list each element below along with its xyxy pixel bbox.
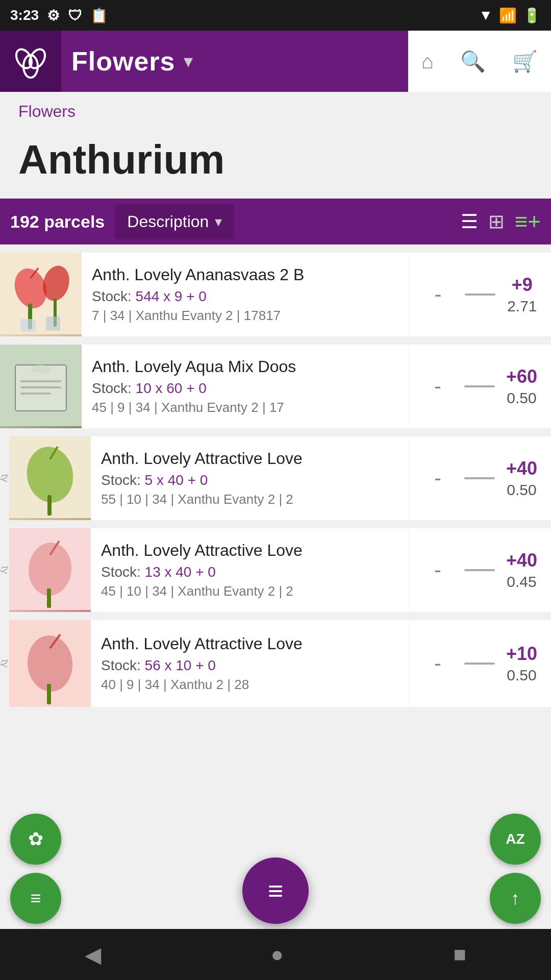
- svg-rect-10: [46, 316, 60, 331]
- plus-button[interactable]: +40: [506, 550, 537, 571]
- home-button[interactable]: ●: [271, 942, 284, 967]
- filter-bar: 192 parcels Description ▾ ☰ ⊞ ≡+: [0, 199, 551, 244]
- app-logo[interactable]: [0, 31, 61, 92]
- svg-point-17: [31, 365, 51, 373]
- app-actions: ⌂ 🔍 🛒: [408, 31, 551, 92]
- svg-rect-15: [20, 386, 61, 388]
- product-info: Anth. Lovely Attractive Love Stock: 13 x…: [91, 528, 408, 612]
- product-actions: - +10 0.50: [408, 620, 551, 707]
- product-name: Anth. Lovely Ananasvaas 2 B: [92, 265, 398, 284]
- signal-icon: 📶: [499, 7, 517, 24]
- plus-button[interactable]: +9: [512, 274, 533, 296]
- product-stock: Stock: 544 x 9 + 0: [92, 288, 398, 305]
- price: 2.71: [507, 298, 537, 315]
- price: 0.45: [507, 573, 536, 591]
- back-button[interactable]: ◀: [85, 942, 101, 967]
- product-stock: Stock: 5 x 40 + 0: [101, 472, 398, 488]
- az-fab-button[interactable]: AZ: [490, 814, 541, 865]
- recents-button[interactable]: ■: [453, 942, 466, 967]
- parcels-count: 192 parcels: [10, 212, 105, 232]
- minus-button[interactable]: -: [422, 282, 453, 307]
- cart-icon[interactable]: 🛒: [512, 50, 538, 74]
- battery-icon: 🔋: [523, 7, 541, 24]
- minus-button[interactable]: -: [422, 558, 453, 582]
- view-icons: ☰ ⊞ ≡+: [461, 209, 541, 234]
- quantity-line: [464, 477, 495, 479]
- product-name: Anth. Lovely Attractive Love: [101, 634, 398, 653]
- side-label: ty: [0, 566, 11, 574]
- minus-button[interactable]: -: [422, 374, 453, 399]
- stock-label: Stock:: [92, 380, 136, 396]
- plus-block: +10 0.50: [506, 643, 537, 684]
- wifi-icon: ▼: [479, 7, 493, 23]
- product-info: Anth. Lovely Ananasvaas 2 B Stock: 544 x…: [82, 253, 408, 336]
- table-row: ty Anth. Lovely Attractive Love Stock: 5…: [0, 620, 551, 707]
- product-image: [9, 620, 91, 707]
- scroll-up-fab-button[interactable]: ↑: [490, 873, 541, 924]
- product-meta: 45 | 9 | 34 | Xanthu Evanty 2 | 17: [92, 400, 398, 415]
- nav-bar: ◀ ● ■: [0, 929, 551, 980]
- product-thumbnail: [9, 528, 91, 610]
- category-section: Anthurium: [0, 126, 551, 199]
- product-info: Anth. Lovely Attractive Love Stock: 5 x …: [91, 436, 408, 520]
- product-thumbnail: [0, 253, 82, 334]
- svg-rect-21: [47, 495, 52, 516]
- stock-value: 544 x 9 + 0: [136, 288, 207, 304]
- minus-button[interactable]: -: [422, 466, 453, 491]
- svg-rect-25: [47, 589, 51, 608]
- product-info: Anth. Lovely Attractive Love Stock: 56 x…: [91, 620, 408, 707]
- product-thumbnail: [9, 620, 91, 707]
- quantity-line: [465, 293, 495, 296]
- add-columns-icon[interactable]: ≡+: [515, 209, 541, 234]
- menu-fab-button[interactable]: ≡: [242, 857, 309, 924]
- list-view-icon[interactable]: ☰: [461, 210, 478, 233]
- sort-fab-button[interactable]: ≡: [10, 873, 61, 924]
- quantity-line: [464, 385, 495, 387]
- side-label: ty: [0, 659, 11, 668]
- product-info: Anth. Lovely Aqua Mix Doos Stock: 10 x 6…: [82, 345, 408, 428]
- table-row: ty Anth. Lovely Attractive Love Stock: 1…: [0, 528, 551, 612]
- category-title: Anthurium: [18, 136, 533, 183]
- plus-button[interactable]: +60: [506, 366, 537, 387]
- svg-rect-16: [20, 393, 51, 395]
- side-label: ty: [0, 474, 11, 482]
- stock-label: Stock:: [101, 657, 145, 673]
- svg-rect-9: [20, 319, 36, 332]
- table-row: ty Anth. Lovely Attractive Love Stock: 5…: [0, 436, 551, 520]
- plus-button[interactable]: +10: [506, 643, 537, 665]
- product-image: [9, 528, 91, 612]
- price: 0.50: [507, 481, 536, 499]
- breadcrumb-text[interactable]: Flowers: [18, 102, 76, 120]
- price: 0.50: [507, 667, 536, 684]
- settings-icon: ⚙: [47, 7, 60, 24]
- logo-icon: [10, 41, 51, 82]
- product-name: Anth. Lovely Attractive Love: [101, 449, 398, 468]
- product-meta: 45 | 10 | 34 | Xanthu Evanty 2 | 2: [101, 583, 398, 599]
- main-fab: ≡: [242, 857, 309, 924]
- fab-right: AZ ↑: [490, 814, 541, 924]
- description-dropdown[interactable]: Description ▾: [115, 204, 234, 239]
- dropdown-arrow-icon: ▾: [215, 213, 222, 230]
- home-icon[interactable]: ⌂: [421, 50, 434, 73]
- product-actions: - +40 0.45: [408, 528, 551, 612]
- app-title: Flowers: [71, 46, 176, 77]
- fab-left: ✿ ≡: [10, 814, 61, 924]
- product-thumbnail: [0, 345, 82, 426]
- minus-button[interactable]: -: [422, 651, 453, 676]
- product-actions: - +40 0.50: [408, 436, 551, 520]
- grid-view-icon[interactable]: ⊞: [488, 210, 505, 233]
- plus-block: +60 0.50: [506, 366, 537, 407]
- product-actions: - +9 2.71: [408, 253, 551, 336]
- product-meta: 40 | 9 | 34 | Xanthu 2 | 28: [101, 677, 398, 693]
- filter-fab-button[interactable]: ✿: [10, 814, 61, 865]
- status-left: 3:23 ⚙ 🛡 📋: [10, 7, 108, 24]
- svg-rect-14: [20, 380, 61, 382]
- stock-value: 56 x 10 + 0: [145, 657, 216, 673]
- plus-block: +40 0.45: [506, 550, 537, 591]
- title-dropdown-arrow[interactable]: ▾: [184, 51, 193, 72]
- plus-button[interactable]: +40: [506, 458, 537, 479]
- table-row: Anth. Lovely Aqua Mix Doos Stock: 10 x 6…: [0, 345, 551, 428]
- status-right: ▼ 📶 🔋: [479, 7, 541, 24]
- product-stock: Stock: 13 x 40 + 0: [101, 564, 398, 580]
- search-icon[interactable]: 🔍: [460, 50, 486, 74]
